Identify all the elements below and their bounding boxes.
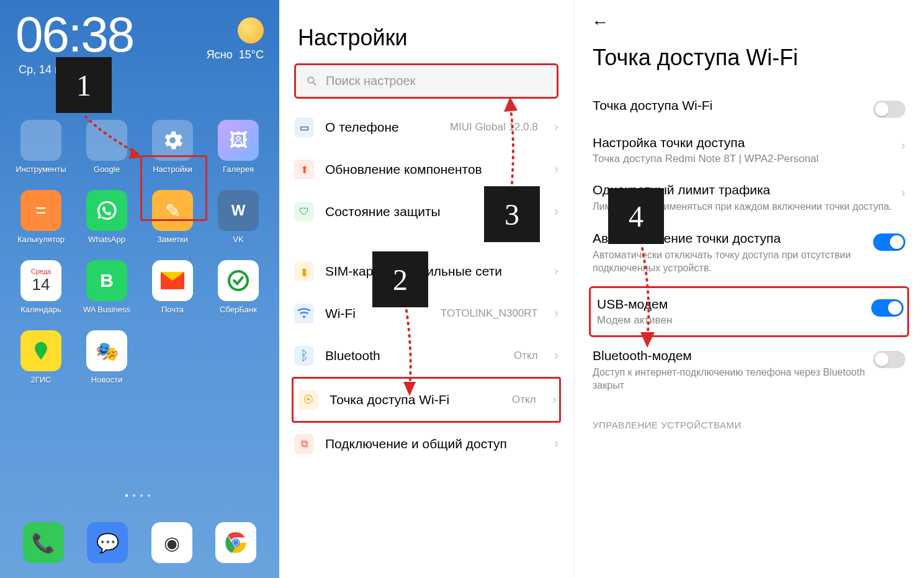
settings-bluetooth[interactable]: ᛒBluetoothОткл›: [279, 335, 573, 377]
camera-icon: ◉: [151, 522, 192, 563]
app-google[interactable]: Google: [77, 120, 137, 174]
sberbank-icon: [218, 260, 259, 301]
usb-modem-toggle[interactable]: [871, 299, 904, 317]
search-placeholder: Поиск настроек: [326, 74, 415, 88]
settings-connection[interactable]: ⧉Подключение и общий доступ›: [279, 423, 573, 465]
date-label: Ср, 14 июля: [0, 63, 279, 76]
svg-point-4: [233, 540, 238, 545]
usb-modem-row[interactable]: USB-модемМодем активен: [589, 286, 909, 337]
settings-title: Настройки: [279, 0, 573, 63]
chevron-right-icon: ›: [554, 204, 558, 220]
gallery-icon: 🖼: [218, 120, 259, 161]
hotspot-toggle[interactable]: [873, 101, 905, 118]
step-4-badge: 4: [608, 188, 664, 244]
dock-phone[interactable]: 📞: [23, 522, 64, 567]
dock: 📞 💬 ◉: [0, 522, 279, 567]
app-wabusiness[interactable]: BWA Business: [77, 260, 137, 314]
dock-chrome[interactable]: [215, 522, 256, 567]
hotspot-toggle-row[interactable]: Точка доступа Wi-Fi: [574, 89, 924, 127]
folder-icon: [20, 120, 61, 161]
search-input[interactable]: Поиск настроек: [294, 63, 558, 99]
app-instruments[interactable]: Инструменты: [11, 120, 71, 174]
hotspot-screen: ← Точка доступа Wi-Fi Точка доступа Wi-F…: [574, 0, 924, 578]
auto-off-toggle[interactable]: [873, 233, 905, 251]
chevron-right-icon: ›: [552, 392, 557, 408]
weather-sun-icon: [238, 17, 264, 43]
shield-icon: 🛡: [294, 202, 314, 222]
chevron-right-icon: ›: [554, 436, 558, 452]
step-3-badge: 3: [484, 186, 540, 242]
vk-icon: W: [218, 190, 259, 231]
phone-icon: 📞: [23, 522, 64, 563]
chevron-right-icon: ›: [901, 138, 905, 154]
chrome-icon: [215, 522, 256, 563]
bt-modem-row[interactable]: Bluetooth-модемДоступ к интернет-подключ…: [574, 340, 924, 401]
calculator-icon: =: [20, 190, 61, 231]
calendar-icon: Среда14: [20, 260, 61, 301]
folder-icon: [86, 120, 127, 161]
update-icon: ⬆: [294, 160, 314, 179]
dock-messages[interactable]: 💬: [87, 522, 128, 567]
step-1-badge: 1: [56, 57, 112, 113]
devices-section-label: УПРАВЛЕНИЕ УСТРОЙСТВАМИ: [574, 401, 924, 430]
chevron-right-icon: ›: [554, 305, 558, 322]
bluetooth-icon: ᛒ: [294, 346, 314, 366]
hotspot-setup-row[interactable]: Настройка точки доступаТочка доступа Red…: [574, 127, 924, 174]
whatsapp-icon: [86, 190, 127, 231]
news-icon: 🎭: [86, 330, 127, 371]
gis-icon: [20, 330, 61, 371]
app-news[interactable]: 🎭Новости: [77, 330, 137, 384]
dock-camera[interactable]: ◉: [151, 522, 192, 567]
app-calc[interactable]: =Калькулятор: [11, 190, 71, 244]
hotspot-title: Точка доступа Wi-Fi: [574, 32, 924, 89]
app-whatsapp[interactable]: WhatsApp: [77, 190, 137, 244]
settings-hotspot[interactable]: ⦿Точка доступа Wi-FiОткл›: [292, 377, 561, 423]
settings-screen: Настройки Поиск настроек ▭О телефонеMIUI…: [279, 0, 574, 578]
weather-widget[interactable]: Ясно 15°C: [207, 17, 264, 61]
app-vk[interactable]: WVK: [209, 190, 268, 244]
home-screen: 06:38 Ср, 14 июля Ясно 15°C Инструменты …: [0, 0, 279, 578]
phone-info-icon: ▭: [294, 117, 314, 137]
chevron-right-icon: ›: [554, 161, 558, 178]
app-2gis[interactable]: 2ГИС: [11, 330, 71, 384]
settings-update[interactable]: ⬆Обновление компонентов›: [279, 148, 573, 191]
app-gallery[interactable]: 🖼Галерея: [209, 120, 268, 174]
mail-icon: [152, 260, 193, 301]
chevron-right-icon: ›: [554, 263, 558, 279]
step-2-badge: 2: [372, 251, 428, 307]
messages-icon: 💬: [87, 522, 128, 563]
chevron-right-icon: ›: [554, 119, 558, 135]
app-mail[interactable]: Почта: [143, 260, 202, 314]
search-icon: [306, 75, 318, 88]
bt-modem-toggle[interactable]: [873, 351, 905, 368]
settings-about[interactable]: ▭О телефонеMIUI Global 12.0.8›: [279, 106, 573, 148]
app-calendar[interactable]: Среда14Календарь: [11, 260, 71, 314]
chevron-right-icon: ›: [901, 185, 905, 201]
back-button[interactable]: ←: [574, 0, 609, 32]
hotspot-icon: ⦿: [298, 390, 318, 410]
share-icon: ⧉: [294, 434, 314, 454]
wifi-icon: [294, 304, 314, 323]
chevron-right-icon: ›: [554, 348, 558, 364]
page-indicator: ●●●●: [0, 492, 279, 499]
sim-icon: ▮: [294, 261, 314, 281]
app-sber[interactable]: СберБанк: [209, 260, 268, 314]
settings-highlight: [140, 155, 207, 221]
whatsapp-business-icon: B: [86, 260, 127, 301]
